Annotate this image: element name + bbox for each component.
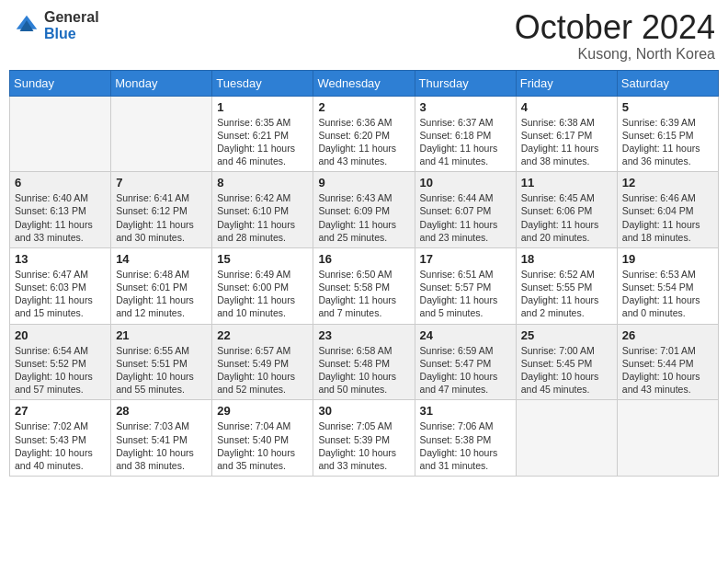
day-number: 3 xyxy=(420,100,511,114)
calendar-cell: 23Sunrise: 6:58 AMSunset: 5:48 PMDayligh… xyxy=(313,324,415,400)
calendar-cell: 24Sunrise: 6:59 AMSunset: 5:47 PMDayligh… xyxy=(415,324,516,400)
day-info: Sunrise: 7:02 AMSunset: 5:43 PMDaylight:… xyxy=(15,419,106,472)
calendar-cell: 5Sunrise: 6:39 AMSunset: 6:15 PMDaylight… xyxy=(617,96,718,172)
calendar-cell xyxy=(617,400,718,477)
logo-general-text: General xyxy=(44,9,99,26)
calendar-cell xyxy=(10,96,111,172)
logo-icon xyxy=(13,12,40,40)
day-info: Sunrise: 6:48 AMSunset: 6:01 PMDaylight:… xyxy=(116,268,207,320)
calendar-cell: 17Sunrise: 6:51 AMSunset: 5:57 PMDayligh… xyxy=(415,247,516,324)
calendar-week-row: 13Sunrise: 6:47 AMSunset: 6:03 PMDayligh… xyxy=(10,247,719,324)
day-number: 27 xyxy=(15,404,106,418)
header-wednesday: Wednesday xyxy=(313,70,415,96)
day-info: Sunrise: 6:50 AMSunset: 5:58 PMDaylight:… xyxy=(318,268,409,320)
day-number: 5 xyxy=(622,100,713,114)
page-header: General Blue October 2024 Kusong, North … xyxy=(9,9,719,63)
calendar-cell: 18Sunrise: 6:52 AMSunset: 5:55 PMDayligh… xyxy=(516,247,617,324)
day-info: Sunrise: 6:58 AMSunset: 5:48 PMDaylight:… xyxy=(318,344,409,396)
calendar-cell xyxy=(516,400,617,477)
day-info: Sunrise: 6:40 AMSunset: 6:13 PMDaylight:… xyxy=(15,191,106,244)
day-info: Sunrise: 7:05 AMSunset: 5:39 PMDaylight:… xyxy=(318,419,409,472)
day-number: 15 xyxy=(217,252,308,266)
calendar-cell: 10Sunrise: 6:44 AMSunset: 6:07 PMDayligh… xyxy=(415,172,516,248)
calendar-week-row: 20Sunrise: 6:54 AMSunset: 5:52 PMDayligh… xyxy=(10,324,719,400)
day-info: Sunrise: 6:36 AMSunset: 6:20 PMDaylight:… xyxy=(318,116,409,168)
day-number: 1 xyxy=(217,100,308,114)
calendar-cell: 11Sunrise: 6:45 AMSunset: 6:06 PMDayligh… xyxy=(516,172,617,248)
day-number: 14 xyxy=(116,252,207,266)
day-info: Sunrise: 6:39 AMSunset: 6:15 PMDaylight:… xyxy=(622,116,713,168)
day-number: 6 xyxy=(15,176,106,190)
calendar-cell: 9Sunrise: 6:43 AMSunset: 6:09 PMDaylight… xyxy=(313,172,415,248)
calendar-location: Kusong, North Korea xyxy=(515,46,715,63)
calendar-header-row: SundayMondayTuesdayWednesdayThursdayFrid… xyxy=(10,70,719,96)
day-info: Sunrise: 7:04 AMSunset: 5:40 PMDaylight:… xyxy=(217,419,308,472)
day-number: 19 xyxy=(622,252,713,266)
calendar-cell: 31Sunrise: 7:06 AMSunset: 5:38 PMDayligh… xyxy=(415,400,516,477)
calendar-cell: 26Sunrise: 7:01 AMSunset: 5:44 PMDayligh… xyxy=(617,324,718,400)
calendar-cell: 15Sunrise: 6:49 AMSunset: 6:00 PMDayligh… xyxy=(212,247,313,324)
calendar-cell: 29Sunrise: 7:04 AMSunset: 5:40 PMDayligh… xyxy=(212,400,313,477)
calendar-cell: 7Sunrise: 6:41 AMSunset: 6:12 PMDaylight… xyxy=(111,172,212,248)
header-tuesday: Tuesday xyxy=(212,70,313,96)
calendar-cell: 16Sunrise: 6:50 AMSunset: 5:58 PMDayligh… xyxy=(313,247,415,324)
day-info: Sunrise: 6:53 AMSunset: 5:54 PMDaylight:… xyxy=(622,268,713,320)
calendar-week-row: 27Sunrise: 7:02 AMSunset: 5:43 PMDayligh… xyxy=(10,400,719,477)
day-info: Sunrise: 6:46 AMSunset: 6:04 PMDaylight:… xyxy=(622,191,713,244)
logo: General Blue xyxy=(13,9,99,41)
header-saturday: Saturday xyxy=(617,70,718,96)
day-number: 17 xyxy=(420,252,511,266)
day-number: 28 xyxy=(116,404,207,418)
calendar-cell: 20Sunrise: 6:54 AMSunset: 5:52 PMDayligh… xyxy=(10,324,111,400)
day-number: 10 xyxy=(420,176,511,190)
calendar-cell: 28Sunrise: 7:03 AMSunset: 5:41 PMDayligh… xyxy=(111,400,212,477)
day-info: Sunrise: 6:45 AMSunset: 6:06 PMDaylight:… xyxy=(521,191,612,244)
calendar-cell: 1Sunrise: 6:35 AMSunset: 6:21 PMDaylight… xyxy=(212,96,313,172)
day-number: 29 xyxy=(217,404,308,418)
calendar-cell: 21Sunrise: 6:55 AMSunset: 5:51 PMDayligh… xyxy=(111,324,212,400)
day-info: Sunrise: 7:06 AMSunset: 5:38 PMDaylight:… xyxy=(420,419,511,472)
day-info: Sunrise: 6:59 AMSunset: 5:47 PMDaylight:… xyxy=(420,344,511,396)
header-thursday: Thursday xyxy=(415,70,516,96)
day-info: Sunrise: 7:00 AMSunset: 5:45 PMDaylight:… xyxy=(521,344,612,396)
day-number: 11 xyxy=(521,176,612,190)
day-info: Sunrise: 6:38 AMSunset: 6:17 PMDaylight:… xyxy=(521,116,612,168)
calendar-cell: 4Sunrise: 6:38 AMSunset: 6:17 PMDaylight… xyxy=(516,96,617,172)
day-number: 2 xyxy=(318,100,409,114)
calendar-cell: 12Sunrise: 6:46 AMSunset: 6:04 PMDayligh… xyxy=(617,172,718,248)
calendar-cell: 25Sunrise: 7:00 AMSunset: 5:45 PMDayligh… xyxy=(516,324,617,400)
day-number: 22 xyxy=(217,328,308,342)
calendar-cell xyxy=(111,96,212,172)
day-info: Sunrise: 6:44 AMSunset: 6:07 PMDaylight:… xyxy=(420,191,511,244)
day-info: Sunrise: 6:52 AMSunset: 5:55 PMDaylight:… xyxy=(521,268,612,320)
calendar-cell: 22Sunrise: 6:57 AMSunset: 5:49 PMDayligh… xyxy=(212,324,313,400)
calendar-cell: 3Sunrise: 6:37 AMSunset: 6:18 PMDaylight… xyxy=(415,96,516,172)
calendar-cell: 19Sunrise: 6:53 AMSunset: 5:54 PMDayligh… xyxy=(617,247,718,324)
day-info: Sunrise: 6:49 AMSunset: 6:00 PMDaylight:… xyxy=(217,268,308,320)
logo-text: General Blue xyxy=(44,9,99,41)
day-info: Sunrise: 7:01 AMSunset: 5:44 PMDaylight:… xyxy=(622,344,713,396)
calendar-cell: 8Sunrise: 6:42 AMSunset: 6:10 PMDaylight… xyxy=(212,172,313,248)
calendar-cell: 6Sunrise: 6:40 AMSunset: 6:13 PMDaylight… xyxy=(10,172,111,248)
day-number: 26 xyxy=(622,328,713,342)
day-number: 13 xyxy=(15,252,106,266)
day-info: Sunrise: 6:55 AMSunset: 5:51 PMDaylight:… xyxy=(116,344,207,396)
calendar-table: SundayMondayTuesdayWednesdayThursdayFrid… xyxy=(9,70,719,477)
calendar-week-row: 1Sunrise: 6:35 AMSunset: 6:21 PMDaylight… xyxy=(10,96,719,172)
day-info: Sunrise: 7:03 AMSunset: 5:41 PMDaylight:… xyxy=(116,419,207,472)
calendar-week-row: 6Sunrise: 6:40 AMSunset: 6:13 PMDaylight… xyxy=(10,172,719,248)
calendar-cell: 13Sunrise: 6:47 AMSunset: 6:03 PMDayligh… xyxy=(10,247,111,324)
day-number: 12 xyxy=(622,176,713,190)
calendar-cell: 27Sunrise: 7:02 AMSunset: 5:43 PMDayligh… xyxy=(10,400,111,477)
header-monday: Monday xyxy=(111,70,212,96)
day-number: 25 xyxy=(521,328,612,342)
header-friday: Friday xyxy=(516,70,617,96)
day-info: Sunrise: 6:41 AMSunset: 6:12 PMDaylight:… xyxy=(116,191,207,244)
day-number: 18 xyxy=(521,252,612,266)
day-number: 9 xyxy=(318,176,409,190)
calendar-cell: 14Sunrise: 6:48 AMSunset: 6:01 PMDayligh… xyxy=(111,247,212,324)
calendar-cell: 30Sunrise: 7:05 AMSunset: 5:39 PMDayligh… xyxy=(313,400,415,477)
day-number: 23 xyxy=(318,328,409,342)
day-number: 16 xyxy=(318,252,409,266)
day-number: 31 xyxy=(420,404,511,418)
